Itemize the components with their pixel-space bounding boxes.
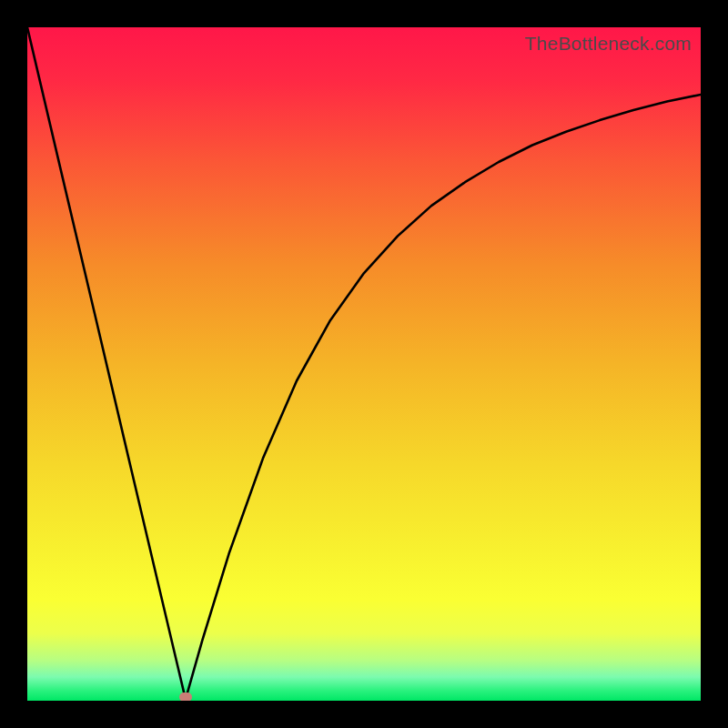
chart-frame: TheBottleneck.com (0, 0, 728, 728)
plot-area: TheBottleneck.com (27, 27, 701, 701)
bottleneck-curve (27, 27, 701, 701)
minimum-marker (179, 693, 192, 701)
watermark-text: TheBottleneck.com (525, 33, 692, 55)
